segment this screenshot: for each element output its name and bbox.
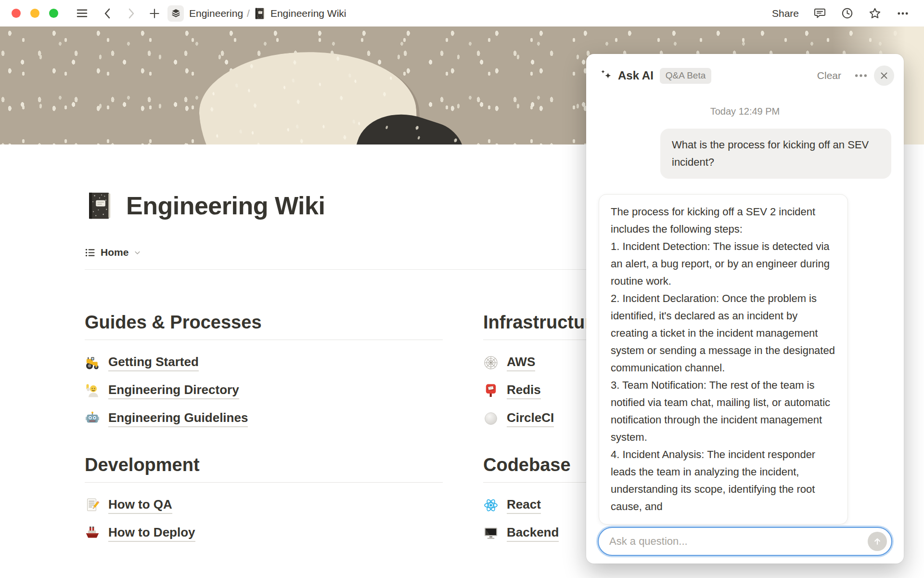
hamburger-icon xyxy=(76,7,89,20)
link-label: React xyxy=(507,497,541,514)
section-guides-processes: Guides & Processes Getting Started Engin… xyxy=(85,311,443,430)
divider xyxy=(85,340,443,340)
divider xyxy=(85,482,443,483)
favorite-button[interactable] xyxy=(868,7,882,20)
link-label: Backend xyxy=(507,525,559,542)
tractor-icon xyxy=(85,355,100,370)
ask-ai-header: Ask AI Q&A Beta Clear xyxy=(586,54,904,91)
memo-icon xyxy=(85,498,100,513)
ask-question-input[interactable] xyxy=(608,535,868,548)
breadcrumb-page[interactable]: Engineering Wiki xyxy=(270,8,346,19)
close-panel-button[interactable] xyxy=(874,66,894,86)
desktop-computer-icon xyxy=(483,525,499,541)
person-raising-hand-icon xyxy=(85,383,100,398)
ship-icon xyxy=(85,525,100,541)
left-column: Guides & Processes Getting Started Engin… xyxy=(85,270,443,550)
window-more-button[interactable] xyxy=(896,7,910,20)
robot-icon xyxy=(85,411,100,426)
notebook-icon xyxy=(254,7,266,20)
ellipsis-icon xyxy=(853,67,869,84)
clear-button[interactable]: Clear xyxy=(817,70,841,81)
sidebar-menu-button[interactable] xyxy=(76,7,89,20)
link-label: CircleCI xyxy=(507,410,554,427)
plus-icon xyxy=(148,7,161,20)
chevron-down-icon xyxy=(133,249,141,257)
qa-beta-badge: Q&A Beta xyxy=(660,68,711,84)
link-label: How to Deploy xyxy=(108,525,195,542)
tab-home[interactable]: Home xyxy=(85,247,141,258)
breadcrumb-separator: / xyxy=(247,8,250,19)
link-label: AWS xyxy=(507,354,535,371)
close-icon xyxy=(879,71,889,80)
section-heading: Guides & Processes xyxy=(85,311,443,333)
link-engineering-directory[interactable]: Engineering Directory xyxy=(85,380,443,402)
breadcrumb-teamspace[interactable]: Engineering xyxy=(189,8,243,19)
link-label: Engineering Directory xyxy=(108,382,239,399)
ask-ai-title: Ask AI xyxy=(618,69,654,82)
history-clock-icon xyxy=(841,7,854,20)
link-label: Engineering Guidelines xyxy=(108,410,248,427)
back-icon xyxy=(102,7,114,20)
link-engineering-guidelines[interactable]: Engineering Guidelines xyxy=(85,407,443,430)
link-label: Redis xyxy=(507,382,541,399)
ask-question-inputbar xyxy=(598,527,892,556)
traffic-zoom-button[interactable] xyxy=(49,9,58,18)
traffic-minimize-button[interactable] xyxy=(30,9,39,18)
link-label: Getting Started xyxy=(108,354,199,371)
send-button[interactable] xyxy=(868,532,887,551)
ai-sparkle-icon xyxy=(599,68,613,83)
star-icon xyxy=(868,7,882,20)
more-ellipsis-icon xyxy=(896,7,910,20)
chat-message-list[interactable]: Today 12:49 PM What is the process for k… xyxy=(586,91,904,526)
share-button[interactable]: Share xyxy=(772,8,799,19)
new-page-button[interactable] xyxy=(148,7,161,20)
ai-answer-bubble: The process for kicking off a SEV 2 inci… xyxy=(599,194,848,525)
comments-button[interactable] xyxy=(813,7,826,20)
window-toolbar: Engineering / Engineering Wiki Share xyxy=(0,0,924,26)
comment-icon xyxy=(813,7,826,20)
page-icon-notebook[interactable] xyxy=(85,191,115,221)
user-question-bubble: What is the process for kicking off an S… xyxy=(660,129,891,179)
tab-home-label: Home xyxy=(101,247,128,258)
send-up-arrow-icon xyxy=(873,537,882,546)
link-how-to-deploy[interactable]: How to Deploy xyxy=(85,522,443,544)
link-label: How to QA xyxy=(108,497,172,514)
chat-timestamp: Today 12:49 PM xyxy=(599,106,891,117)
postbox-icon xyxy=(483,383,499,398)
teamspace-layers-icon xyxy=(171,8,181,18)
page-title: Engineering Wiki xyxy=(126,191,325,220)
back-button[interactable] xyxy=(102,7,114,20)
forward-button[interactable] xyxy=(125,7,137,20)
link-how-to-qa[interactable]: How to QA xyxy=(85,494,443,516)
forward-icon xyxy=(125,7,137,20)
white-circle-icon xyxy=(483,411,499,426)
panel-more-button[interactable] xyxy=(853,67,869,84)
ask-ai-panel: Ask AI Q&A Beta Clear Today 12:49 PM Wha… xyxy=(586,54,904,564)
breadcrumb-teamspace-button[interactable] xyxy=(167,5,184,22)
section-heading: Development xyxy=(85,454,443,476)
section-development: Development How to QA How to Deploy xyxy=(85,454,443,544)
app-window: Engineering / Engineering Wiki Share xyxy=(0,0,924,578)
page-history-button[interactable] xyxy=(841,7,854,20)
spider-web-icon xyxy=(483,355,499,370)
react-logo-icon xyxy=(483,498,499,513)
link-getting-started[interactable]: Getting Started xyxy=(85,352,443,374)
traffic-close-button[interactable] xyxy=(12,9,21,18)
bullet-list-icon xyxy=(85,247,96,258)
